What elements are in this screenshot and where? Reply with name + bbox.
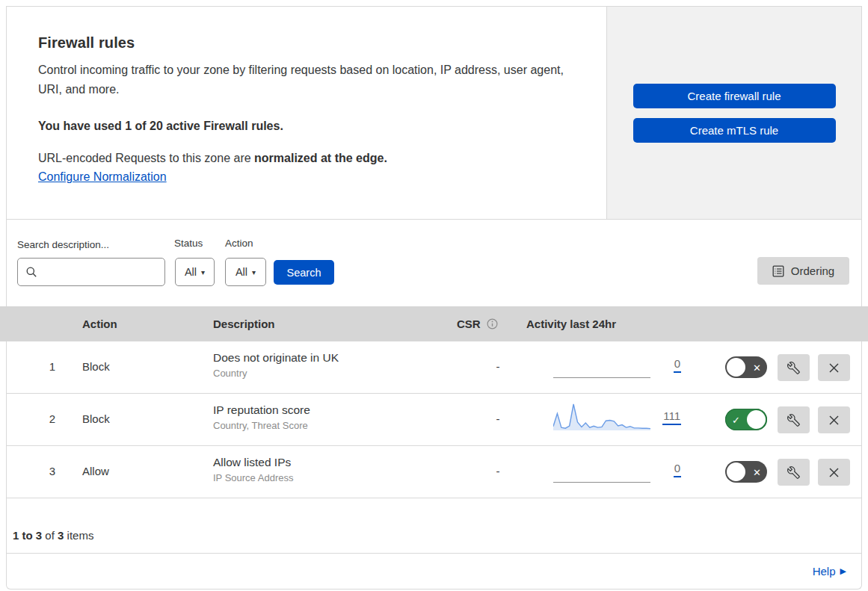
chevron-down-icon: ▾ <box>252 268 256 276</box>
ordered-list-icon <box>772 265 784 277</box>
page-description: Control incoming traffic to your zone by… <box>38 61 578 99</box>
search-description-label: Search description... <box>17 239 109 250</box>
rule-action: Block <box>82 412 110 425</box>
flat-activity-line <box>553 377 650 378</box>
status-label: Status <box>174 238 203 249</box>
delete-rule-button[interactable] <box>818 406 850 433</box>
wrench-icon <box>787 414 800 427</box>
pagination-range: 1 to 3 <box>13 529 42 542</box>
status-dropdown[interactable]: All ▾ <box>175 258 215 286</box>
rule-description: IP reputation score Country, Threat Scor… <box>213 403 310 431</box>
column-header-csr: CSR <box>457 306 481 341</box>
edit-rule-button[interactable] <box>778 459 810 486</box>
search-button[interactable]: Search <box>274 260 334 285</box>
action-label: Action <box>225 238 253 249</box>
search-icon <box>25 266 37 278</box>
rule-criteria: IP Source Address <box>213 472 293 483</box>
rule-priority: 3 <box>44 465 61 477</box>
search-input[interactable] <box>43 266 156 278</box>
column-header-action: Action <box>82 306 117 341</box>
column-header-description: Description <box>213 306 275 341</box>
status-dropdown-value: All <box>185 266 197 278</box>
enable-toggle[interactable]: ✓ ✕ <box>725 461 767 483</box>
rule-action: Block <box>82 360 110 373</box>
header-card: Firewall rules Control incoming traffic … <box>6 6 607 220</box>
rule-criteria: Country, Threat Score <box>213 420 310 431</box>
help-bar: Help ▶ <box>7 553 861 588</box>
rule-description-title: Does not originate in UK <box>213 351 339 365</box>
rule-description: Does not originate in UK Country <box>213 351 339 379</box>
table-row: 2 Block IP reputation score Country, Thr… <box>7 394 861 446</box>
firewall-rules-page: Firewall rules Control incoming traffic … <box>0 0 868 591</box>
table-row: 3 Allow Allow listed IPs IP Source Addre… <box>7 446 861 498</box>
help-link-label: Help <box>813 565 836 578</box>
rule-description: Allow listed IPs IP Source Address <box>213 456 293 483</box>
actions-panel: Create firewall rule Create mTLS rule <box>607 6 862 220</box>
edit-rule-button[interactable] <box>778 354 810 381</box>
usage-text: You have used 1 of 20 active Firewall ru… <box>38 120 575 133</box>
activity-count-link[interactable]: 0 <box>674 462 681 477</box>
normalization-prefix: URL-encoded Requests to this zone are <box>38 152 254 164</box>
rule-priority: 2 <box>44 412 61 425</box>
rule-description-title: IP reputation score <box>213 403 310 417</box>
delete-rule-button[interactable] <box>818 354 850 381</box>
table-header: Action Description CSR Activity last 24h… <box>0 306 868 341</box>
action-dropdown-value: All <box>236 266 247 278</box>
rule-action: Allow <box>82 465 109 477</box>
rule-description-title: Allow listed IPs <box>213 456 293 469</box>
toggle-knob <box>727 462 745 481</box>
normalization-bold: normalized at the edge. <box>254 152 387 164</box>
enable-toggle[interactable]: ✓ ✕ <box>725 409 767 430</box>
rule-csr-value: - <box>490 465 506 477</box>
activity-count-link[interactable]: 0 <box>674 357 681 373</box>
ordering-button-label: Ordering <box>791 264 834 277</box>
table-row: 1 Block Does not originate in UK Country… <box>7 341 861 394</box>
toggle-knob <box>727 358 745 377</box>
check-icon: ✓ <box>732 414 740 425</box>
column-header-activity: Activity last 24hr <box>526 306 616 341</box>
help-link[interactable]: Help ▶ <box>813 565 846 578</box>
chevron-down-icon: ▾ <box>201 268 205 276</box>
wrench-icon <box>787 466 800 479</box>
edit-rule-button[interactable] <box>778 406 810 433</box>
activity-count-link[interactable]: 111 <box>662 409 681 425</box>
enable-toggle[interactable]: ✓ ✕ <box>725 356 767 378</box>
toggle-knob <box>747 410 766 429</box>
rule-csr-value: - <box>490 412 506 425</box>
rule-priority: 1 <box>44 360 61 373</box>
info-icon[interactable] <box>487 318 498 329</box>
pagination-total: 3 <box>58 529 64 542</box>
page-title: Firewall rules <box>38 34 575 52</box>
x-icon: ✕ <box>753 466 761 477</box>
close-icon <box>828 467 840 478</box>
wrench-icon <box>787 362 800 374</box>
ordering-button[interactable]: Ordering <box>757 257 849 285</box>
flat-activity-line <box>553 482 650 483</box>
create-mtls-rule-button[interactable]: Create mTLS rule <box>633 118 836 143</box>
rule-criteria: Country <box>213 368 339 379</box>
rules-table-body: 1 Block Does not originate in UK Country… <box>7 341 861 498</box>
arrow-right-icon: ▶ <box>840 566 846 576</box>
close-icon <box>828 362 840 374</box>
configure-normalization-link[interactable]: Configure Normalization <box>38 170 167 184</box>
x-icon: ✕ <box>753 362 761 373</box>
normalization-text: URL-encoded Requests to this zone are no… <box>38 149 575 168</box>
delete-rule-button[interactable] <box>818 459 850 486</box>
close-icon <box>828 415 840 426</box>
action-dropdown[interactable]: All ▾ <box>225 258 266 286</box>
pagination-summary: 1 to 3 of 3 items <box>13 529 93 542</box>
search-input-wrapper <box>17 258 165 286</box>
create-firewall-rule-button[interactable]: Create firewall rule <box>633 84 836 108</box>
pagination-of: of <box>45 529 55 542</box>
pagination-items: items <box>67 529 94 542</box>
rule-csr-value: - <box>490 360 506 373</box>
